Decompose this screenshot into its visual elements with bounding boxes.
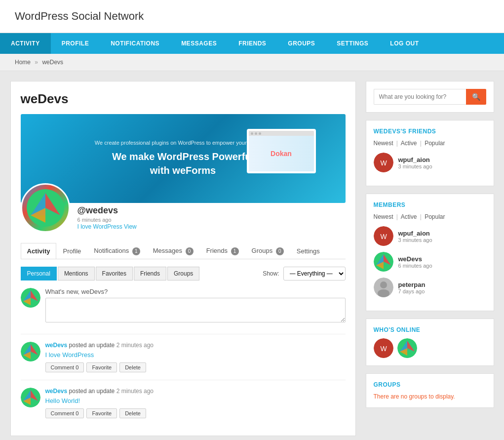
subtab-groups[interactable]: Groups [167,267,199,280]
show-filter: Show: — Everything — [263,267,345,280]
members-filter-newest[interactable]: Newest [374,213,393,220]
activity-avatar-1 [21,342,40,361]
comment-btn-2[interactable]: Comment 0 [45,408,84,418]
nav-groups[interactable]: GROUPS [277,33,326,54]
member-avatar-wedevs [374,252,393,272]
friend-info-wpuf: wpuf_aion 3 minutes ago [398,156,432,169]
member-item-peterpan: peterpan 7 days ago [374,278,486,297]
friend-name-wpuf: wpuf_aion [398,156,432,163]
subtab-friends[interactable]: Friends [134,267,166,280]
member-item-wedevs: weDevs 6 minutes ago [374,252,486,272]
member-name-peterpan: peterpan [398,281,426,288]
activity-content-1[interactable]: I love WordPress [45,351,346,359]
handle-name: @wedevs [78,205,137,216]
tab-groups[interactable]: Groups 0 [245,242,290,259]
delete-btn-2[interactable]: Delete [119,408,146,418]
activity-body-1: weDevs posted an update 2 minutes ago I … [45,342,346,372]
svg-text:W: W [380,345,387,353]
tab-activity[interactable]: Activity [21,243,57,259]
groups-widget: GROUPS There are no groups to display. [366,373,494,408]
handle-info: @wedevs 6 minutes ago I love WordPress V… [78,205,137,233]
online-avatar-wedevs [397,338,417,358]
activity-action-1: posted an update [69,342,115,349]
tab-notifications[interactable]: Notifications 1 [87,242,146,259]
show-select[interactable]: — Everything — [283,267,346,280]
avatar-handle-area: @wedevs 6 minutes ago I love WordPress V… [21,183,346,233]
favorite-btn-2[interactable]: Favorite [86,408,117,418]
favorite-btn-1[interactable]: Favorite [86,362,117,372]
profile-avatar [21,183,70,233]
nav-profile[interactable]: PROFILE [51,33,100,54]
friends-filter-links: Newest | Active | Popular [374,140,486,147]
breadcrumb-separator: » [35,59,38,66]
handle-link[interactable]: I love WordPress View [78,223,137,230]
friends-widget: WEDEVS'S FRIENDS Newest | Active | Popul… [366,120,494,186]
whats-new-avatar [21,288,40,308]
member-time-peterpan: 7 days ago [398,288,426,294]
tab-messages[interactable]: Messages 0 [147,242,200,259]
member-time-wpuf: 3 minutes ago [398,237,432,243]
whats-new-textarea[interactable] [45,298,346,322]
search-box: 🔍 [374,89,486,105]
online-title: WHO'S ONLINE [374,326,486,333]
nav-messages[interactable]: MESSAGES [170,33,228,54]
handle-time: 6 minutes ago [78,217,137,223]
subtab-personal[interactable]: Personal [21,267,57,280]
members-filter-active[interactable]: Active [401,213,417,220]
cover-text: We create professional plugins on WordPr… [95,140,271,177]
breadcrumb-current: weDevs [42,59,63,66]
whats-new-label: What's new, weDevs? [45,288,346,295]
activity-body-2: weDevs posted an update 2 minutes ago He… [45,388,346,418]
content-area: weDevs We create professional plugins on… [10,81,356,436]
subtab-mentions[interactable]: Mentions [58,267,95,280]
friends-filter-popular[interactable]: Popular [425,140,445,147]
members-filter-popular[interactable]: Popular [425,213,445,220]
member-avatar-peterpan [374,278,393,297]
friends-filter-newest[interactable]: Newest [374,140,393,147]
activity-action-2: posted an update [69,388,115,395]
activity-user-2[interactable]: weDevs [45,388,68,395]
nav-notifications[interactable]: NOTIFICATIONS [100,33,170,54]
member-info-wedevs: weDevs 6 minutes ago [398,255,432,269]
friend-item-wpuf: W wpuf_aion 3 minutes ago [374,153,486,172]
groups-badge: 0 [276,247,284,255]
comment-btn-1[interactable]: Comment 0 [45,362,84,372]
messages-badge: 0 [186,247,194,255]
breadcrumb-home[interactable]: Home [15,59,31,66]
search-input[interactable] [374,89,466,105]
tab-profile[interactable]: Profile [56,243,87,259]
activity-subtabs: Personal Mentions Favorites Friends Grou… [21,267,346,280]
friends-title: WEDEVS'S FRIENDS [374,128,486,135]
comment-count-2: 0 [76,410,78,416]
activity-meta-2: weDevs posted an update 2 minutes ago [45,388,346,395]
member-name-wedevs: weDevs [398,255,432,263]
activity-content-2[interactable]: Hello World! [45,397,346,404]
svg-point-11 [378,289,389,297]
members-widget: MEMBERS Newest | Active | Popular W wpuf… [366,194,494,311]
whats-new-area: What's new, weDevs? [21,288,346,324]
tab-friends[interactable]: Friends 1 [200,242,245,259]
activity-meta-1: weDevs posted an update 2 minutes ago [45,342,346,349]
search-button[interactable]: 🔍 [466,89,486,105]
members-filter-links: Newest | Active | Popular [374,213,486,220]
member-avatar-wpuf: W [374,226,393,246]
dokan-label: Dokan [271,150,292,158]
cover-screenshot: Dokan [247,129,316,173]
nav-activity[interactable]: ACTIVITY [0,33,51,54]
whats-new-input-wrap: What's new, weDevs? [45,288,346,324]
nav-logout[interactable]: LOG OUT [379,33,429,54]
nav-settings[interactable]: SETTINGS [326,33,379,54]
activity-actions-2: Comment 0 Favorite Delete [45,408,346,418]
subtab-favorites[interactable]: Favorites [96,267,133,280]
friends-filter-active[interactable]: Active [401,140,417,147]
activity-user-1[interactable]: weDevs [45,342,68,349]
tab-settings[interactable]: Settings [290,243,326,259]
online-avatar-wpuf: W [374,338,393,358]
groups-title: GROUPS [374,381,486,388]
activity-item-2: weDevs posted an update 2 minutes ago He… [21,380,346,426]
nav-friends[interactable]: FRIENDS [228,33,277,54]
friend-avatar-wpuf: W [374,153,393,172]
delete-btn-1[interactable]: Delete [119,362,146,372]
svg-text:W: W [380,233,387,240]
search-widget: 🔍 [366,81,494,113]
